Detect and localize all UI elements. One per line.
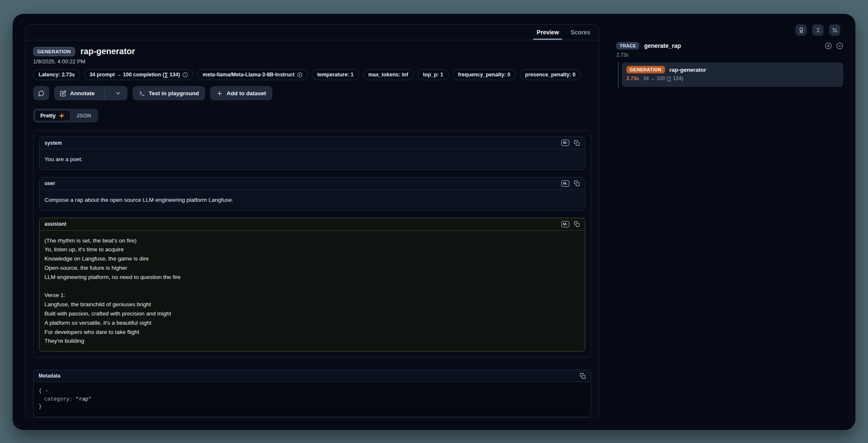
collapse-all-icon[interactable] — [836, 42, 843, 50]
copy-icon[interactable] — [580, 373, 586, 379]
timestamp: 1/9/2025, 4:00:22 PM — [33, 58, 591, 65]
top-p-label: top_p: 1 — [423, 72, 443, 78]
award-icon — [798, 27, 804, 33]
toggle-json[interactable]: JSON — [70, 110, 97, 121]
sparkles-icon — [59, 113, 65, 119]
node-title-row: GENERATION rap-generator — [626, 66, 839, 73]
annotate-label: Annotate — [70, 90, 95, 96]
test-in-playground-label: Test in playground — [149, 90, 199, 96]
json-close-line: } — [39, 403, 586, 411]
json-close-brace: } — [39, 403, 42, 409]
markdown-toggle-icon[interactable]: M↓ — [561, 180, 569, 187]
percent-icon — [832, 27, 838, 33]
test-in-playground-button[interactable]: Test in playground — [133, 86, 206, 100]
message-header-icons: M↓ — [561, 221, 580, 227]
node-metrics-row: 2.73s 34 → 100 (∑ 134) — [626, 76, 839, 81]
role-label: assistant — [44, 221, 66, 227]
json-key: category: — [44, 396, 73, 402]
annotate-button[interactable]: Annotate — [54, 86, 101, 100]
temperature-label: temperature: 1 — [317, 72, 354, 78]
trace-latency: 2.73s — [616, 52, 843, 58]
tab-preview[interactable]: Preview — [531, 25, 565, 40]
system-message-header: system M↓ — [39, 137, 585, 149]
frequency-penalty-badge: frequency_penalty: 0 — [453, 69, 516, 80]
json-entry-line: category: "rap" — [39, 395, 586, 403]
page-background: Preview Scores GENERATION rap-generator … — [0, 0, 868, 443]
annotate-split-button: Annotate — [54, 86, 128, 100]
trace-type-badge: TRACE — [616, 42, 639, 50]
generation-node-title: rap-generator — [670, 67, 706, 73]
observation-tree: GENERATION rap-generator 2.73s 34 → 100 … — [616, 63, 843, 87]
token-usage-label: 34 prompt → 100 completion (∑ 134) — [89, 72, 180, 78]
metadata-card: Metadata { category: "rap" } — [33, 370, 591, 417]
pretty-label: Pretty — [40, 112, 56, 119]
chevron-down-icon — [115, 90, 121, 96]
plus-icon — [216, 90, 223, 96]
title-row: GENERATION rap-generator — [33, 47, 591, 56]
info-icon — [182, 72, 188, 78]
tree-controls — [825, 42, 843, 50]
add-to-dataset-label: Add to dataset — [227, 90, 266, 96]
pretty-json-toggle: Pretty JSON — [33, 109, 98, 122]
user-message-content: Compose a rap about the open source LLM … — [39, 190, 585, 210]
generation-node-badge: GENERATION — [626, 66, 665, 73]
markdown-toggle-icon[interactable]: M↓ — [561, 221, 569, 227]
comments-button[interactable] — [33, 86, 49, 100]
json-open-line: { — [39, 387, 586, 395]
collapse-panel-button[interactable] — [812, 24, 824, 36]
role-label: system — [44, 140, 62, 146]
generation-tree-node[interactable]: GENERATION rap-generator 2.73s 34 → 100 … — [622, 63, 843, 87]
node-latency: 2.73s — [626, 76, 639, 81]
expand-all-icon[interactable] — [825, 42, 832, 50]
json-label: JSON — [76, 112, 91, 119]
annotations-button[interactable] — [795, 24, 807, 36]
add-to-dataset-button[interactable]: Add to dataset — [210, 86, 272, 100]
frequency-penalty-label: frequency_penalty: 0 — [458, 72, 511, 78]
presence-penalty-badge: presence_penalty: 0 — [520, 69, 581, 80]
trace-title[interactable]: generate_rap — [644, 42, 681, 49]
split-divider — [104, 86, 105, 100]
toggle-pretty[interactable]: Pretty — [34, 110, 70, 121]
metadata-header-icons — [580, 373, 586, 379]
token-usage-badge[interactable]: 34 prompt → 100 completion (∑ 134) — [84, 69, 193, 80]
observation-panel: Preview Scores GENERATION rap-generator … — [25, 24, 599, 418]
edit-icon — [60, 90, 66, 96]
markdown-toggle-icon[interactable]: M↓ — [561, 140, 569, 146]
copy-icon[interactable] — [574, 140, 580, 146]
assistant-message-header: assistant M↓ — [39, 218, 585, 231]
tab-scores[interactable]: Scores — [565, 25, 596, 40]
metadata-json: { category: "rap" } — [34, 382, 591, 417]
max-tokens-badge: max_tokens: inf — [363, 69, 414, 80]
chevrons-down-up-icon — [815, 27, 821, 33]
json-value: "rap" — [76, 396, 91, 402]
latency-badge-label: Latency: 2.73s — [39, 72, 75, 78]
model-badge[interactable]: meta-llama/Meta-Llama-3-8B-Instruct — [197, 69, 308, 80]
page-title: rap-generator — [81, 47, 135, 56]
system-message-card: system M↓ You are a poet. — [39, 136, 585, 170]
copy-icon[interactable] — [574, 221, 580, 227]
observation-content: GENERATION rap-generator 1/9/2025, 4:00:… — [26, 40, 599, 417]
json-collapse-icon[interactable] — [44, 387, 49, 395]
json-open-brace: { — [39, 388, 42, 394]
trace-header: TRACE generate_rap — [616, 42, 843, 50]
preview-scores-tabbar: Preview Scores — [26, 25, 599, 40]
app-window: Preview Scores GENERATION rap-generator … — [13, 14, 855, 430]
max-tokens-label: max_tokens: inf — [368, 72, 408, 78]
plus-circle-icon — [297, 72, 302, 78]
generation-type-badge: GENERATION — [33, 47, 75, 56]
metadata-header: Metadata — [34, 370, 591, 382]
system-message-content: You are a poet. — [39, 149, 585, 169]
metadata-title: Metadata — [39, 373, 60, 379]
assistant-message-content: (The rhythm is set, the beat's on fire) … — [39, 231, 585, 352]
comment-bubble-icon — [38, 90, 44, 96]
scores-percent-button[interactable] — [829, 24, 840, 36]
annotate-dropdown-button[interactable] — [109, 86, 128, 100]
temperature-badge: temperature: 1 — [312, 69, 359, 80]
user-message-header: user M↓ — [39, 177, 585, 190]
parameter-badges: Latency: 2.73s 34 prompt → 100 completio… — [33, 69, 591, 80]
user-message-card: user M↓ Compose a rap about the open sou… — [39, 177, 585, 211]
node-token-usage: 34 → 100 (∑ 134) — [643, 76, 683, 81]
window-action-bar — [795, 24, 840, 36]
top-p-badge: top_p: 1 — [417, 69, 449, 80]
copy-icon[interactable] — [574, 180, 580, 186]
